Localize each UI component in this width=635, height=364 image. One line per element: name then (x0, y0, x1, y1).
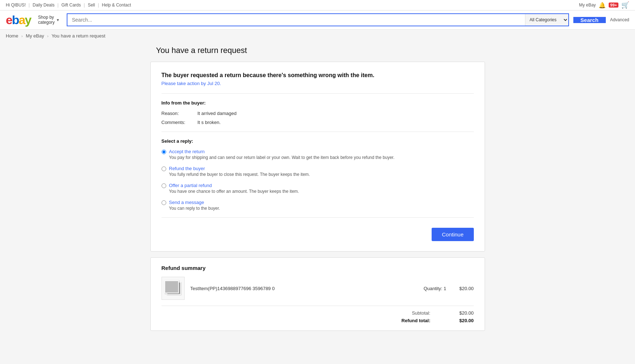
refund-buyer-radio[interactable] (162, 167, 166, 171)
category-label: category (38, 20, 55, 25)
reason-label: Reason: (162, 111, 198, 116)
comments-value: It s broken. (198, 120, 221, 125)
reason-row: Reason: It arrived damaged (162, 111, 474, 116)
top-nav: Hi QIBUS! | Daily Deals | Gift Cards | S… (0, 0, 635, 10)
daily-deals-link[interactable]: Daily Deals (32, 3, 54, 8)
reply-option-refund: Refund the buyer You fully refund the bu… (162, 166, 474, 177)
subtotal-row: Subtotal: $20.00 (412, 310, 473, 316)
category-select[interactable]: All Categories (525, 14, 568, 26)
search-bar: All Categories (67, 13, 569, 26)
item-price: $20.00 (452, 286, 474, 291)
refund-item: TestItem(PP)1436988977696 3596789 0 Quan… (162, 277, 474, 300)
send-message-radio[interactable] (162, 200, 166, 205)
subtotal-value: $20.00 (452, 310, 474, 316)
refund-divider (162, 306, 474, 306)
notification-bell-icon[interactable]: 🔔 (599, 2, 606, 9)
refund-buyer-desc: You fully refund the buyer to close this… (169, 172, 310, 177)
page-title: You have a return request (150, 42, 485, 62)
return-heading: The buyer requested a return because the… (162, 72, 474, 79)
help-contact-link[interactable]: Help & Contact (102, 3, 131, 8)
send-message-label[interactable]: Send a message (169, 200, 204, 205)
partial-refund-radio[interactable] (162, 183, 166, 188)
refund-summary-title: Refund summary (162, 265, 474, 271)
shop-by-category[interactable]: Shop by category ▼ (35, 15, 63, 25)
top-nav-left: Hi QIBUS! | Daily Deals | Gift Cards | S… (6, 3, 131, 8)
content-wrapper: You have a return request The buyer requ… (145, 42, 491, 342)
item-name: TestItem(PP)1436988977696 3596789 0 (190, 286, 418, 291)
partial-refund-desc: You have one chance to offer an amount. … (169, 189, 299, 194)
refund-summary-card: Refund summary TestItem(PP)1436988977696… (150, 257, 485, 331)
my-ebay-link[interactable]: My eBay (579, 3, 596, 8)
search-button[interactable]: Search (573, 17, 606, 23)
logo-y: y (25, 13, 31, 27)
accept-return-radio[interactable] (162, 150, 166, 154)
reply-option-partial: Offer a partial refund You have one chan… (162, 183, 474, 194)
refund-buyer-label[interactable]: Refund the buyer (169, 166, 205, 171)
divider-1 (162, 93, 474, 94)
reply-section-title: Select a reply: (162, 138, 474, 144)
reply-option-message: Send a message You can reply to the buye… (162, 200, 474, 211)
send-message-desc: You can reply to the buyer. (169, 206, 220, 211)
subtotal-label: Subtotal: (412, 310, 430, 316)
item-quantity: Quantity: 1 (424, 286, 446, 291)
accept-return-label[interactable]: Accept the return (169, 149, 205, 154)
comments-label: Comments: (162, 120, 198, 125)
comments-row: Comments: It s broken. (162, 120, 474, 125)
breadcrumb-current: You have a return request (52, 33, 105, 39)
breadcrumb-my-ebay[interactable]: My eBay (26, 33, 44, 39)
continue-button[interactable]: Continue (432, 228, 473, 241)
main-header: ebay Shop by category ▼ All Categories S… (0, 10, 635, 30)
reply-option-accept: Accept the return You pay for shipping a… (162, 149, 474, 160)
sell-link[interactable]: Sell (88, 3, 95, 8)
advanced-search-link[interactable]: Advanced (610, 17, 629, 22)
logo-b: b (12, 13, 19, 27)
item-image (162, 277, 185, 300)
refund-total-value: $20.00 (452, 318, 474, 323)
user-greeting: Hi QIBUS! (6, 3, 26, 8)
shop-by-chevron-icon: ▼ (56, 18, 60, 22)
logo-a: a (19, 13, 25, 27)
divider-3 (162, 217, 474, 218)
gift-cards-link[interactable]: Gift Cards (61, 3, 81, 8)
top-nav-right: My eBay 🔔 99+ 🛒 (579, 1, 629, 9)
breadcrumb: Home › My eBay › You have a return reque… (0, 30, 635, 42)
ebay-logo[interactable]: ebay (6, 14, 31, 26)
reason-value: It arrived damaged (198, 111, 237, 116)
divider-2 (162, 132, 474, 132)
breadcrumb-home[interactable]: Home (6, 33, 18, 39)
partial-refund-label[interactable]: Offer a partial refund (169, 183, 212, 188)
logo-e: e (6, 13, 12, 27)
shop-by-label: Shop by (38, 15, 55, 20)
cart-icon[interactable]: 🛒 (621, 1, 629, 9)
return-subtitle: Please take action by Jul 20. (162, 81, 474, 86)
continue-row: Continue (162, 224, 474, 241)
notification-badge: 99+ (609, 3, 618, 8)
refund-totals: Subtotal: $20.00 Refund total: $20.00 (162, 310, 474, 323)
info-section-title: Info from the buyer: (162, 100, 474, 106)
return-request-card: The buyer requested a return because the… (150, 62, 485, 252)
search-input[interactable] (67, 14, 525, 26)
refund-total-row: Refund total: $20.00 (401, 318, 473, 323)
refund-total-label: Refund total: (401, 318, 430, 323)
accept-return-desc: You pay for shipping and can send our re… (169, 155, 395, 160)
